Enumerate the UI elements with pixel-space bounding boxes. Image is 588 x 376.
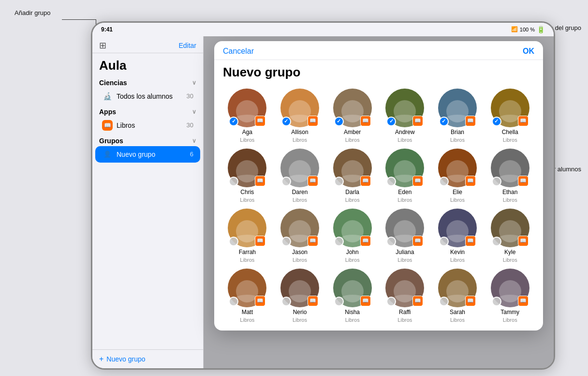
add-group-footer[interactable]: + Nuevo grupo [92,349,203,368]
app-badge: 📖 [412,116,423,126]
student-app-label: Libros [240,257,254,263]
microscope-icon: 🔬 [102,91,113,102]
student-name: Matt [242,309,253,316]
selection-badge [334,297,344,306]
student-item[interactable]: 📖JohnLibros [328,209,377,263]
avatar-wrapper: 📖 [228,209,266,247]
student-name: Sarah [450,309,465,316]
student-item[interactable]: 📖EdenLibros [381,149,429,203]
app-badge: 📖 [255,236,265,246]
app-badge: 📖 [412,296,423,306]
student-item[interactable]: 📖JulianaLibros [381,209,429,263]
chevron-apps: ∨ [192,108,196,115]
main-area: ⊞ Editar Aula Ciencias ∨ 🔬 Todos los alu… [92,36,554,368]
app-badge: 📖 [360,116,371,126]
modal-overlay: Cancelar OK Nuevo grupo ✓📖AgaLibros✓📖All… [204,36,554,368]
app-badge: 📖 [308,296,318,306]
selection-badge: ✓ [334,117,344,126]
sidebar-header: ⊞ Editar [92,36,203,53]
app-badge: 📖 [518,116,529,126]
selection-badge [229,297,238,306]
avatar-wrapper: ✓📖 [228,89,266,127]
student-app-label: Libros [345,137,360,143]
avatar-wrapper: 📖 [333,149,372,187]
app-badge: 📖 [465,236,476,246]
avatar-wrapper: ✓📖 [491,89,529,127]
student-item[interactable]: 📖KyleLibros [485,209,534,263]
student-app-label: Libros [345,197,360,203]
selection-badge: ✓ [386,117,396,126]
person-icon: 👤 [102,149,113,160]
student-item[interactable]: 📖DarenLibros [276,149,324,203]
nuevo-grupo-count: 6 [190,150,193,158]
student-item[interactable]: 📖RaffiLibros [381,269,429,323]
sidebar-item-todos-alumnos[interactable]: 🔬 Todos los alumnos 30 [95,88,200,105]
student-name: Elie [453,189,462,196]
student-app-label: Libros [503,257,517,263]
sidebar-section-grupos[interactable]: Grupos ∨ [92,134,203,146]
student-item[interactable]: 📖FarrahLibros [223,209,272,263]
student-item[interactable]: 📖ChrisLibros [223,149,272,203]
ok-button[interactable]: OK [523,47,534,56]
student-item[interactable]: 📖DarlaLibros [328,149,377,203]
student-item[interactable]: 📖SarahLibros [433,269,482,323]
selection-badge [439,297,449,306]
sidebar-section-apps[interactable]: Apps ∨ [92,105,203,117]
student-item[interactable]: ✓📖AgaLibros [223,89,272,143]
avatar-wrapper: 📖 [438,269,477,307]
annotation-add-group: Añadir grupo [15,9,50,17]
student-item[interactable]: 📖ElieLibros [433,149,482,203]
app-badge: 📖 [255,296,265,306]
student-item[interactable]: ✓📖AmberLibros [328,89,377,143]
student-app-label: Libros [450,197,465,203]
sidebar-section-ciencias[interactable]: Ciencias ∨ [92,76,203,88]
avatar-wrapper: 📖 [280,149,319,187]
avatar-wrapper: 📖 [491,269,529,307]
student-name: Nerio [293,309,307,316]
app-badge: 📖 [360,296,371,306]
student-name: Raffi [399,309,411,316]
student-name: Chella [502,129,518,135]
student-item[interactable]: 📖JasonLibros [276,209,324,263]
student-item[interactable]: ✓📖AndrewLibros [381,89,429,143]
sidebar-title: Aula [92,53,203,76]
edit-button[interactable]: Editar [178,42,196,49]
student-item[interactable]: ✓📖ChellaLibros [485,89,534,143]
student-name: Nisha [345,309,360,316]
selection-badge [439,237,449,246]
avatar-wrapper: 📖 [385,269,424,307]
student-app-label: Libros [345,257,360,263]
student-app-label: Libros [397,257,412,263]
app-badge: 📖 [308,236,318,246]
app-badge: 📖 [518,176,529,186]
student-item[interactable]: 📖EthanLibros [485,149,534,203]
sidebar: ⊞ Editar Aula Ciencias ∨ 🔬 Todos los alu… [92,36,204,368]
selection-badge [386,177,396,186]
books-icon: 📖 [102,120,113,131]
cancel-button[interactable]: Cancelar [223,47,254,56]
student-name: Juliana [396,249,414,256]
student-item[interactable]: 📖NerioLibros [276,269,324,323]
avatar-wrapper: ✓📖 [333,89,372,127]
student-item[interactable]: 📖TammyLibros [485,269,534,323]
avatar-wrapper: 📖 [280,209,319,247]
sidebar-item-nuevo-grupo[interactable]: 👤 Nuevo grupo 6 [95,146,200,163]
student-grid: ✓📖AgaLibros✓📖AllisonLibros✓📖AmberLibros✓… [214,84,543,331]
student-app-label: Libros [397,137,412,143]
sidebar-item-libros[interactable]: 📖 Libros 30 [95,117,200,134]
sidebar-toggle-icon[interactable]: ⊞ [99,40,106,51]
selection-badge [281,297,291,306]
app-badge: 📖 [465,296,476,306]
student-item[interactable]: ✓📖BrianLibros [433,89,482,143]
selection-badge: ✓ [492,117,501,126]
student-app-label: Libros [450,137,465,143]
student-item[interactable]: ✓📖AllisonLibros [276,89,324,143]
selection-badge [229,177,238,186]
student-item[interactable]: 📖KevinLibros [433,209,482,263]
chevron-ciencias: ∨ [192,79,196,86]
student-app-label: Libros [503,137,517,143]
battery-icon: 🔋 [537,26,545,33]
selection-badge: ✓ [281,117,291,126]
student-item[interactable]: 📖MattLibros [223,269,272,323]
student-item[interactable]: 📖NishaLibros [328,269,377,323]
